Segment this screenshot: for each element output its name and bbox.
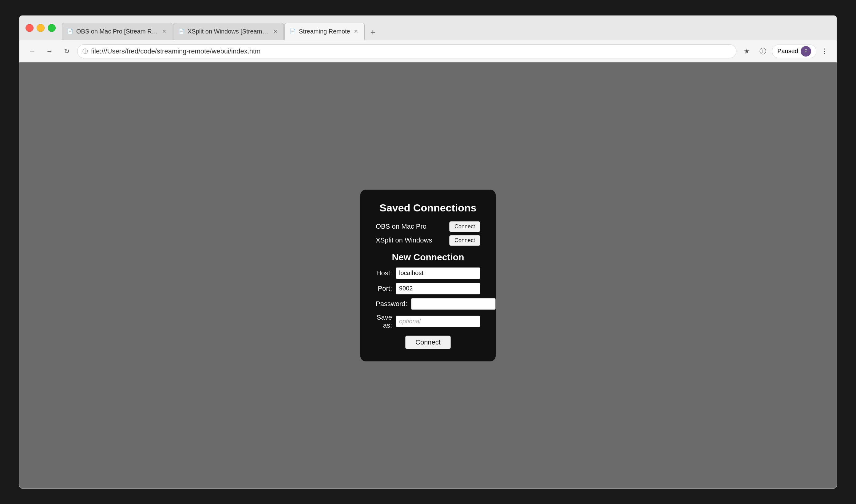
paused-label: Paused [777,48,798,55]
host-input[interactable] [396,267,480,279]
new-tab-button[interactable]: + [365,24,381,40]
saved-conn-name-obs: OBS on Mac Pro [376,222,449,231]
save-as-input[interactable] [396,316,480,327]
paused-button[interactable]: Paused F [772,44,816,58]
saved-connections-list: OBS on Mac Pro Connect XSplit on Windows… [376,221,480,246]
save-as-label: Save as: [376,313,396,329]
user-avatar: F [801,46,811,56]
tab-close-obs[interactable]: ✕ [160,28,167,35]
reload-button[interactable]: ↻ [60,44,73,58]
address-lock-icon: ⓘ [83,48,88,55]
saved-connections-title: Saved Connections [376,202,480,214]
password-label: Password: [376,300,411,308]
save-as-row: Save as: [376,313,480,329]
connection-card: Saved Connections OBS on Mac Pro Connect… [360,190,496,361]
nav-bar: ← → ↻ ⓘ file:///Users/fred/code/streamin… [19,40,837,62]
address-bar[interactable]: ⓘ file:///Users/fred/code/streaming-remo… [77,44,736,58]
connect-obs-button[interactable]: Connect [449,221,480,232]
page-content: Saved Connections OBS on Mac Pro Connect… [19,62,837,488]
menu-dots-button[interactable]: ⋮ [819,45,831,58]
tab-obs[interactable]: 📄 OBS on Mac Pro [Stream Rem... ✕ [62,23,173,40]
minimize-button[interactable] [37,24,44,32]
saved-conn-name-xsplit: XSplit on Windows [376,236,449,244]
tab-favicon-xsplit: 📄 [178,28,185,35]
tab-favicon-streaming: 📄 [290,28,297,35]
port-input[interactable] [396,283,480,294]
tab-label-xsplit: XSplit on Windows [Stream Re... [188,28,269,35]
password-input[interactable] [411,298,496,310]
saved-conn-row-obs: OBS on Mac Pro Connect [376,221,480,232]
browser-window: 📄 OBS on Mac Pro [Stream Rem... ✕ 📄 XSpl… [19,15,837,489]
connect-xsplit-button[interactable]: Connect [449,235,480,246]
tab-close-xsplit[interactable]: ✕ [272,28,279,35]
back-button[interactable]: ← [25,44,39,58]
host-label: Host: [376,269,396,277]
info-button[interactable]: ⓘ [756,44,770,58]
address-text: file:///Users/fred/code/streaming-remote… [91,47,731,55]
tab-xsplit[interactable]: 📄 XSplit on Windows [Stream Re... ✕ [173,23,284,40]
close-button[interactable] [25,24,34,32]
new-connection-title: New Connection [376,252,480,263]
maximize-button[interactable] [48,24,56,32]
saved-conn-row-xsplit: XSplit on Windows Connect [376,235,480,246]
host-row: Host: [376,267,480,279]
connect-main-button[interactable]: Connect [405,336,451,349]
nav-actions: ★ ⓘ Paused F ⋮ [740,44,831,58]
tab-favicon-obs: 📄 [67,28,74,35]
title-bar: 📄 OBS on Mac Pro [Stream Rem... ✕ 📄 XSpl… [19,16,837,40]
password-row: Password: [376,298,480,310]
forward-button[interactable]: → [43,44,56,58]
tab-label-obs: OBS on Mac Pro [Stream Rem... [76,28,158,35]
bookmark-button[interactable]: ★ [740,44,754,58]
tabs-bar: 📄 OBS on Mac Pro [Stream Rem... ✕ 📄 XSpl… [62,16,831,40]
tab-streaming-remote[interactable]: 📄 Streaming Remote ✕ [284,23,365,40]
tab-label-streaming: Streaming Remote [299,28,350,35]
port-row: Port: [376,283,480,294]
port-label: Port: [376,285,396,292]
tab-close-streaming[interactable]: ✕ [353,28,359,35]
traffic-lights [25,24,56,32]
